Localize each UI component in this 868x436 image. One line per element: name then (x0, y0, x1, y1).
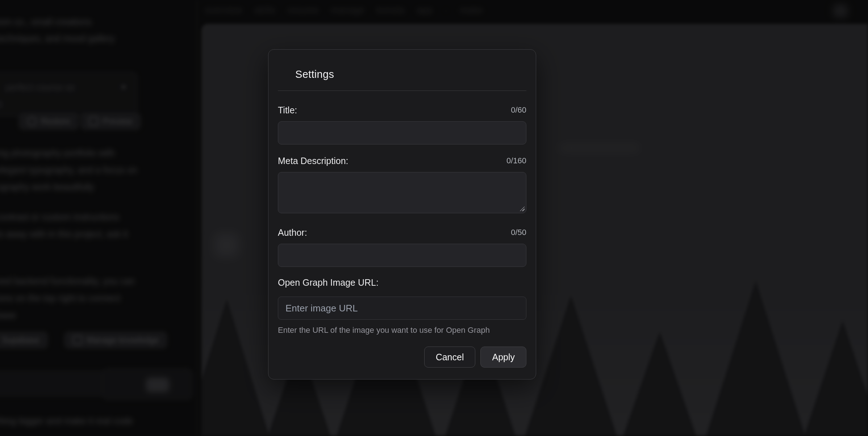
title-input[interactable] (278, 121, 526, 144)
apply-button[interactable]: Apply (480, 347, 526, 368)
title-char-counter: 0/60 (511, 105, 526, 116)
settings-dialog: Settings Title: 0/60 Meta Description: 0… (268, 49, 536, 380)
meta-description-char-counter: 0/160 (506, 155, 526, 166)
author-char-counter: 0/50 (511, 227, 526, 238)
divider (278, 91, 526, 91)
author-input[interactable] (278, 244, 526, 267)
title-label: Title: (278, 105, 297, 116)
cancel-button[interactable]: Cancel (424, 347, 476, 368)
og-image-url-input[interactable] (278, 297, 526, 320)
og-image-url-helper-text: Enter the URL of the image you want to u… (278, 326, 526, 335)
og-image-url-label: Open Graph Image URL: (278, 277, 379, 288)
author-label: Author: (278, 227, 307, 238)
meta-description-label: Meta Description: (278, 155, 349, 166)
dialog-title: Settings (295, 68, 526, 81)
meta-description-textarea[interactable] (278, 172, 526, 213)
